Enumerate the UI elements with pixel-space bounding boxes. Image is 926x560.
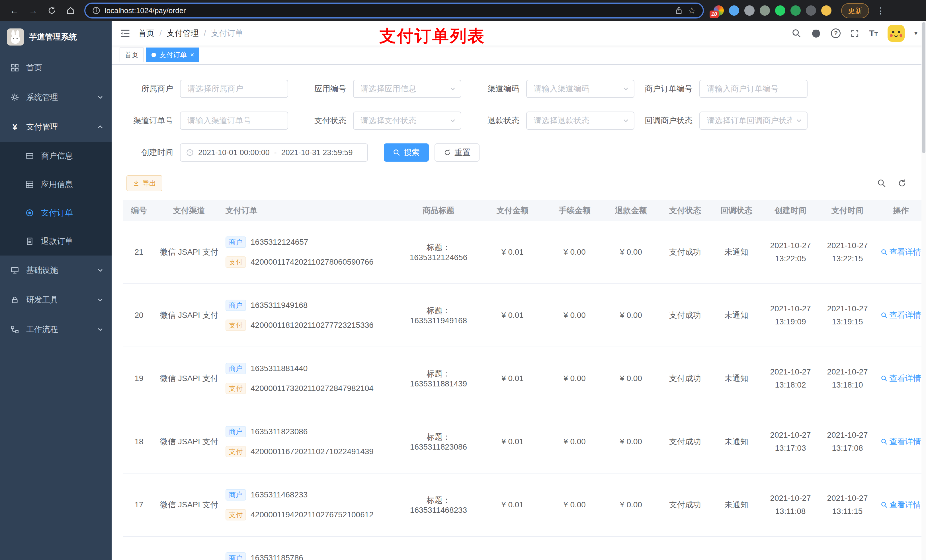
- refund-status-select[interactable]: [526, 112, 634, 130]
- sidebar-item-infra[interactable]: 基础设施: [0, 255, 112, 285]
- tab-label: 支付订单: [159, 50, 187, 59]
- sidebar-item-home[interactable]: 首页: [0, 53, 112, 83]
- sidebar-item-pay-order[interactable]: 支付订单: [0, 199, 112, 227]
- extension-icon[interactable]: [821, 5, 831, 16]
- tab-home[interactable]: 首页: [120, 48, 144, 62]
- target-icon: [25, 208, 34, 217]
- url-text[interactable]: localhost:1024/pay/order: [105, 6, 186, 15]
- active-dot: [151, 53, 156, 57]
- help-icon[interactable]: ?: [831, 29, 841, 38]
- browser-home-icon[interactable]: [63, 3, 78, 18]
- window-scrollbar[interactable]: [921, 21, 926, 560]
- browser-forward-icon[interactable]: →: [26, 3, 41, 18]
- sidebar-item-payment[interactable]: ¥ 支付管理: [0, 112, 112, 142]
- tab-pay-order[interactable]: 支付订单 ×: [146, 48, 199, 62]
- sidebar-item-app-info[interactable]: 应用信息: [0, 170, 112, 199]
- magnifier-icon: [881, 249, 888, 255]
- merchant-select[interactable]: [180, 80, 288, 98]
- github-icon[interactable]: [811, 28, 821, 38]
- browser-refresh-icon[interactable]: [44, 3, 59, 18]
- dashboard-icon: [10, 63, 20, 72]
- cell-order: 商户1635311949168 支付4200001181202110277723…: [223, 300, 399, 331]
- chrome-update-button[interactable]: 更新: [841, 3, 869, 18]
- extension-icon[interactable]: [760, 5, 770, 16]
- merchant-order-no-field[interactable]: [699, 80, 808, 98]
- app-select-input[interactable]: [354, 80, 461, 97]
- payment-submenu: 商户信息 应用信息 支付订单 退款订单: [0, 142, 112, 255]
- sidebar-logo[interactable]: 芋道管理系统: [0, 21, 112, 53]
- fullscreen-icon[interactable]: [850, 29, 859, 38]
- toggle-search-icon[interactable]: [877, 179, 886, 188]
- pay-status-input[interactable]: [354, 112, 461, 129]
- export-button[interactable]: 导出: [126, 175, 162, 191]
- avatar-caret-icon[interactable]: ▾: [914, 30, 917, 37]
- chevron-down-icon: [97, 296, 104, 303]
- extension-icon[interactable]: 10: [714, 5, 724, 16]
- scrollbar-thumb[interactable]: [922, 22, 925, 153]
- filter-row-2: 渠道订单号 支付状态 退款状态 回调商户状态: [123, 112, 915, 130]
- font-size-icon[interactable]: TT: [869, 29, 878, 38]
- notify-status-input[interactable]: [700, 112, 807, 129]
- sidebar-item-devtools[interactable]: 研发工具: [0, 285, 112, 315]
- search-button[interactable]: 搜索: [384, 143, 429, 162]
- cell-fee: ¥ 0.00: [547, 437, 602, 446]
- chrome-menu-icon[interactable]: ⋮: [876, 6, 885, 16]
- merchant-select-input[interactable]: [180, 80, 287, 97]
- extension-icon[interactable]: [806, 5, 816, 16]
- url-bar[interactable]: localhost:1024/pay/order ☆: [84, 3, 704, 18]
- view-detail-link[interactable]: 查看详情: [881, 373, 921, 384]
- search-icon[interactable]: [791, 29, 801, 38]
- share-icon[interactable]: [675, 6, 683, 15]
- merchant-order-no-input[interactable]: [700, 80, 807, 97]
- refresh-table-icon[interactable]: [897, 179, 906, 188]
- sidebar-item-merchant-info[interactable]: 商户信息: [0, 142, 112, 170]
- hamburger-icon[interactable]: [120, 28, 130, 38]
- sidebar-item-label: 商户信息: [41, 151, 73, 162]
- bookmark-star-icon[interactable]: ☆: [688, 5, 696, 16]
- channel-order-no: 4200001174202110278060590766: [251, 258, 374, 267]
- notify-status-select[interactable]: [699, 112, 808, 130]
- reset-button[interactable]: 重置: [434, 143, 480, 162]
- extension-icon[interactable]: [790, 5, 801, 16]
- extension-icon[interactable]: [744, 5, 755, 16]
- breadcrumb-payment[interactable]: 支付管理: [167, 28, 199, 39]
- sidebar-item-workflow[interactable]: 工作流程: [0, 315, 112, 344]
- view-detail-link[interactable]: 查看详情: [881, 310, 921, 321]
- cell-pay-time: 2021-10-2713:18:10: [819, 367, 876, 389]
- app-title: 芋道管理系统: [29, 32, 77, 42]
- sidebar-item-refund-order[interactable]: 退款订单: [0, 227, 112, 255]
- sidebar-item-system[interactable]: 系统管理: [0, 83, 112, 112]
- breadcrumb-home[interactable]: 首页: [138, 28, 154, 39]
- col-channel: 支付渠道: [155, 205, 223, 216]
- merchant-order-no: 1635311881440: [251, 364, 307, 373]
- merchant-tag: 商户: [225, 363, 246, 374]
- tags-view: 首页 支付订单 ×: [112, 45, 926, 65]
- view-detail-link[interactable]: 查看详情: [881, 436, 921, 447]
- browser-back-icon[interactable]: ←: [7, 3, 22, 18]
- extension-icon[interactable]: [729, 5, 739, 16]
- filter-merchant: 所属商户: [123, 80, 288, 98]
- site-info-icon[interactable]: [92, 6, 100, 15]
- date-start[interactable]: 2021-10-01 00:00:00: [198, 148, 270, 157]
- col-status: 支付状态: [660, 205, 711, 216]
- channel-order-no-input[interactable]: [180, 112, 287, 129]
- channel-code-input[interactable]: [527, 80, 634, 97]
- filter-channel-order-no: 渠道订单号: [123, 112, 288, 130]
- view-detail-link[interactable]: 查看详情: [881, 247, 921, 258]
- close-icon[interactable]: ×: [190, 51, 194, 58]
- cell-title: 标题：1635311468233: [399, 495, 478, 515]
- date-range-picker[interactable]: 2021-10-01 00:00:00 - 2021-10-31 23:59:5…: [180, 143, 368, 162]
- date-end[interactable]: 2021-10-31 23:59:59: [281, 148, 353, 157]
- user-avatar[interactable]: [888, 25, 905, 42]
- channel-order-no-field[interactable]: [180, 112, 288, 130]
- extension-icon[interactable]: [775, 5, 785, 16]
- view-detail-link[interactable]: 查看详情: [881, 500, 921, 510]
- field-label: 所属商户: [123, 83, 180, 94]
- pay-status-select[interactable]: [353, 112, 461, 130]
- refund-status-input[interactable]: [527, 112, 634, 129]
- col-actions: 操作: [876, 205, 926, 216]
- merchant-order-no: 1635312124657: [251, 238, 308, 247]
- channel-order-no: 4200001194202110276752100612: [251, 510, 374, 519]
- app-select[interactable]: [353, 80, 461, 98]
- channel-code-select[interactable]: [526, 80, 634, 98]
